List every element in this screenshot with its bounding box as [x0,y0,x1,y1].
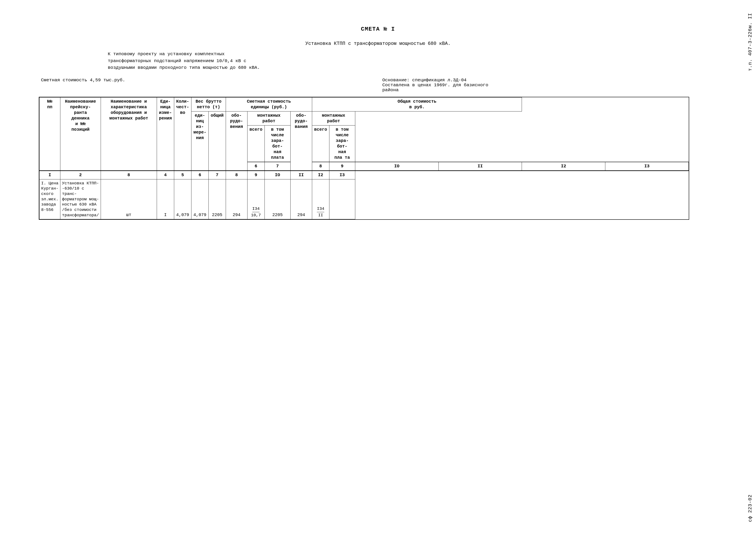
row-col2: Установка КТПП--630/10 с транс-форматоро… [60,179,101,219]
col-header-weight-total: общий [208,111,226,171]
meta-right: Основание: спецификация л.ЗД-04 Составле… [374,78,715,93]
desc-line2: трансформаторных подстанций напряжением … [108,58,246,63]
row-col10: 2205 [264,179,290,219]
colnum-11: II [439,162,522,171]
colnum-3: 8 [101,171,157,179]
fraction-9-num: I34 [252,206,259,212]
col-header-obsh-montazh: монтажныхработ [312,111,355,125]
meta-left: Сметная стоимость 4,59 тыс.руб. [41,78,374,93]
colnum-11b: II [290,171,312,179]
colnum-12b: I2 [312,171,329,179]
colnum-5: 5 [174,171,191,179]
col-header-weight: Вес бруттонетто (т) [191,97,226,111]
colnum-7b: 7 [208,171,226,179]
col-header-qty: Коли-чест-во [174,97,191,171]
fraction-9-den: 10,7 [251,212,261,218]
side-label-top: т.п. 407-3-226м. II [747,13,754,71]
col-header-obshaya: Общая стоимостьв руб. [312,97,522,111]
col-header-pp: №№пп [40,97,60,171]
col-header-naim: Наименование ихарактеристикаоборудования… [101,97,157,171]
colnum-8b: 8 [226,171,247,179]
col-header-smeta-montazh: монтажныхработ [247,111,290,125]
col-header-smeta-vsego: всего [247,125,264,162]
colnum-2: 2 [60,171,101,179]
col-header-obsh-obo: обо-рудо-вания [290,111,312,171]
col-header-obsh-zarplata: в томчислезара-бот-наяпла та [329,125,355,162]
page-title: СМЕТА № I [39,26,717,32]
colnum-13b: I3 [329,171,355,179]
col-header-unit: Еди-ницаизме-рения [157,97,174,171]
side-label-bottom: сф 223-02 [747,494,754,522]
col-header-smeta-obo: обо-рудо-вения [226,111,247,171]
meta-row: Сметная стоимость 4,59 тыс.руб. Основани… [39,78,717,93]
colnum-8: 8 [312,162,329,171]
colnum-10b: IO [264,171,290,179]
row-col7: 2205 [208,179,226,219]
col-header-obsh-vsego: всего [312,125,329,162]
colnum-9: 9 [329,162,355,171]
row-col5: 4,079 [174,179,191,219]
desc-line1: К типовому проекту на установку комплект… [108,51,225,56]
col-number-row: I 2 8 4 5 6 7 8 9 IO II I2 I3 [40,171,689,179]
colnum-6: 6 [247,162,264,171]
row-col6: 4,079 [191,179,208,219]
col-header-preisku: Наименованиепрейску-рантаденникаи №№пози… [60,97,101,171]
fraction-9: I34 10,7 [251,206,261,218]
colnum-4: 4 [157,171,174,179]
main-table: №№пп Наименованиепрейску-рантаденникаи №… [39,97,689,219]
colnum-7: 7 [264,162,290,171]
row-col1: I. ЦенаКурган-скогоэл.мех.завода8-556 [40,179,60,219]
colnum-9b: 9 [247,171,264,179]
fraction-12-den: II [318,212,323,218]
colnum-10: IO [355,162,439,171]
colnum-6b: 6 [191,171,208,179]
meta-right-3: района [382,88,715,93]
row-col12: I34 II [312,179,329,219]
meta-right-1: Основание: спецификация л.ЗД-04 [382,78,715,83]
row-col4: I [157,179,174,219]
fraction-12-num: I34 [317,206,324,212]
main-table-wrapper: №№пп Наименованиепрейску-рантаденникаи №… [39,97,689,220]
table-header-row-1: №№пп Наименованиепрейску-рантаденникаи №… [40,97,689,111]
row-col9: I34 10,7 [247,179,264,219]
meta-right-2: Составлена в ценах 1969г. для базисного [382,83,715,88]
fraction-12: I34 II [317,206,324,218]
row-col3: шт [101,179,157,219]
col-header-weight-unit: еди-нициз-мере-ния [191,111,208,171]
desc-line3: воздушными вводами проходного типа мощно… [108,65,260,70]
colnum-12: I2 [522,162,605,171]
page: т.п. 407-3-226м. II сф 223-02 СМЕТА № I … [0,0,756,535]
row-col13 [329,179,355,219]
col-header-smeta-zarplata: в томчислезара-бот-наяплата [264,125,290,162]
page-description: К типовому проекту на установку комплект… [39,51,717,71]
row-col8: 294 [226,179,247,219]
colnum-13: I3 [605,162,689,171]
col-header-smetnaya: Сметная стоимостьединицы (руб.) [226,97,312,111]
table-row: I. ЦенаКурган-скогоэл.мех.завода8-556 Ус… [40,179,689,219]
row-col11: 294 [290,179,312,219]
page-subtitle: Установка КТПП с трансформатором мощност… [39,41,717,46]
colnum-1: I [40,171,60,179]
